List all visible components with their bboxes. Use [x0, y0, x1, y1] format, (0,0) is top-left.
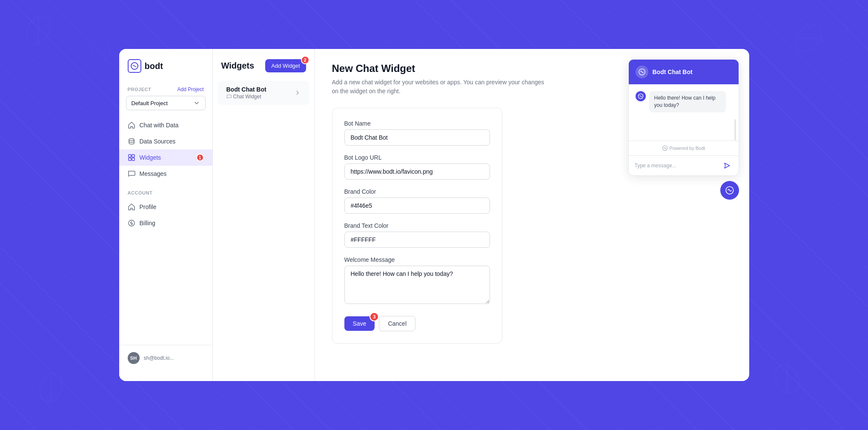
sidebar-item-widgets-label: Widgets [140, 154, 161, 161]
powered-by-text: Powered by Bodt [670, 146, 705, 151]
sidebar-item-profile-label: Profile [140, 204, 157, 210]
send-icon [724, 162, 730, 169]
chat-widget-preview: Bodt Chat Bot Hello there! How can I hel… [628, 59, 739, 176]
cancel-button[interactable]: Cancel [379, 316, 415, 331]
widgets-panel-title: Widgets [221, 61, 255, 71]
profile-icon [128, 203, 135, 211]
home-icon [128, 121, 135, 129]
sidebar-item-datasources-label: Data Sources [140, 138, 176, 145]
database-icon [128, 138, 135, 145]
chat-widget-bot-avatar [636, 66, 648, 78]
sidebar-item-data-sources[interactable]: Data Sources [119, 133, 212, 149]
sidebar: bodt Project Add Project Default Project… [119, 49, 213, 381]
chat-message-row: Hello there! How can I help you today? [636, 91, 732, 112]
chat-widget-bot-name: Bodt Chat Bot [653, 69, 693, 75]
chevron-down-icon [193, 100, 200, 106]
chat-messages-area: Hello there! How can I help you today? [629, 84, 739, 119]
project-section-header: Project Add Project [119, 86, 212, 96]
svg-rect-15 [132, 155, 135, 157]
widget-icon [128, 154, 135, 161]
add-project-link[interactable]: Add Project [177, 86, 203, 92]
widget-info: Bodt Chat Bot Chat Widget [226, 86, 266, 100]
chat-widget-type-icon [226, 94, 232, 99]
svg-point-2 [87, 34, 113, 64]
project-label: Project [128, 87, 152, 92]
main-content: New Chat Widget Add a new chat widget fo… [315, 49, 630, 381]
brand-text-color-input[interactable] [344, 232, 490, 248]
chat-widget-header: Bodt Chat Bot [629, 60, 739, 84]
widget-type: Chat Widget [226, 94, 266, 100]
welcome-message-group: Welcome Message Hello there! How can I h… [344, 256, 490, 306]
project-select[interactable]: Default Project [126, 96, 206, 110]
save-badge: 3 [370, 312, 379, 321]
chat-fab-button[interactable] [720, 181, 739, 200]
preview-panel: Bodt Chat Bot Hello there! How can I hel… [630, 49, 749, 381]
svg-point-4 [791, 21, 825, 55]
chat-input-placeholder: Type a message... [635, 163, 676, 169]
save-button-label: Save [353, 320, 367, 327]
bot-name-group: Bot Name [344, 120, 490, 146]
sidebar-item-billing-label: Billing [140, 220, 155, 226]
widget-name: Bodt Chat Bot [226, 86, 266, 93]
chat-input-area: Type a message... [629, 155, 739, 175]
user-email: sh@bodt.io... [144, 355, 174, 361]
step-badge-1: 1 [196, 154, 204, 161]
sidebar-item-messages[interactable]: Messages [119, 166, 212, 182]
logo-area: bodt [119, 59, 212, 83]
welcome-message-label: Welcome Message [344, 256, 490, 263]
chat-scrollbar [734, 119, 736, 140]
account-section-label: Account [119, 190, 212, 199]
chat-message-bot-avatar [636, 91, 646, 101]
form-actions: Save 3 Cancel [344, 316, 490, 331]
svg-line-3 [93, 42, 108, 57]
logo-text: bodt [145, 61, 163, 71]
brand-color-group: Brand Color [344, 188, 490, 214]
save-button[interactable]: Save 3 [344, 316, 375, 331]
add-widget-button-label: Add Widget [271, 63, 300, 69]
widgets-header: Widgets Add Widget 2 [213, 59, 315, 81]
add-widget-button[interactable]: Add Widget 2 [265, 59, 306, 72]
bot-logo-group: Bot Logo URL [344, 154, 490, 180]
chat-bot-icon [638, 93, 644, 99]
chat-welcome-bubble: Hello there! How can I help you today? [649, 91, 726, 112]
bot-avatar-icon [638, 68, 646, 76]
app-container: bodt Project Add Project Default Project… [119, 49, 749, 381]
sidebar-item-chat-label: Chat with Data [140, 122, 179, 129]
svg-rect-16 [129, 158, 131, 161]
page-title: New Chat Widget [332, 63, 613, 75]
user-avatar: SH [128, 352, 140, 364]
svg-point-10 [771, 362, 804, 396]
svg-point-8 [36, 370, 66, 404]
logo-icon [128, 59, 141, 73]
welcome-message-textarea[interactable]: Hello there! How can I help you today? [344, 266, 490, 304]
chat-send-button[interactable] [722, 160, 733, 171]
brand-color-input[interactable] [344, 198, 490, 214]
brand-text-color-label: Brand Text Color [344, 222, 490, 229]
bot-logo-input[interactable] [344, 163, 490, 180]
message-icon [128, 170, 135, 178]
billing-icon [128, 219, 135, 227]
sidebar-item-chat-with-data[interactable]: Chat with Data [119, 117, 212, 133]
bot-name-input[interactable] [344, 129, 490, 146]
sidebar-item-widgets[interactable]: Widgets 1 [119, 149, 212, 166]
brand-text-color-group: Brand Text Color [344, 222, 490, 248]
sidebar-item-billing[interactable]: Billing [119, 215, 212, 231]
sidebar-item-profile[interactable]: Profile [119, 199, 212, 215]
chat-fab-icon [725, 186, 734, 195]
form-card: Bot Name Bot Logo URL Brand Color Brand … [332, 108, 502, 344]
page-description: Add a new chat widget for your websites … [332, 78, 545, 96]
svg-rect-14 [129, 155, 131, 157]
chevron-right-icon [294, 89, 301, 96]
svg-point-13 [129, 139, 134, 141]
project-select-wrapper: Default Project [119, 96, 212, 117]
powered-by-icon [662, 145, 668, 151]
user-area: SH sh@bodt.io... [119, 345, 212, 371]
bot-name-label: Bot Name [344, 120, 490, 127]
chat-powered-by: Powered by Bodt [629, 140, 739, 155]
widget-list-item[interactable]: Bodt Chat Bot Chat Widget [218, 81, 309, 105]
add-widget-badge: 2 [301, 56, 309, 64]
svg-point-0 [22, 13, 55, 47]
bot-logo-label: Bot Logo URL [344, 154, 490, 161]
widgets-panel: Widgets Add Widget 2 Bodt Chat Bot Chat … [213, 49, 315, 381]
project-select-value: Default Project [132, 100, 168, 106]
